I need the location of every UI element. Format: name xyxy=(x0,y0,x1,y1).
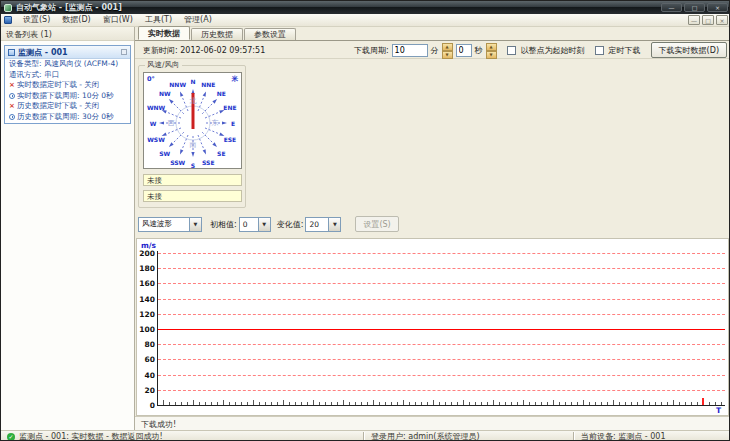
x-minor-tick xyxy=(199,402,200,405)
wind-direction-value-box: 未接 xyxy=(143,190,242,202)
app-icon xyxy=(4,4,12,12)
x-minor-tick xyxy=(577,402,578,405)
app-window: 自动气象站 - [监测点 - 001] —□× 设置(S)数据(D)窗口(W)工… xyxy=(0,0,730,441)
waveform-select[interactable]: 风速波形 ▼ xyxy=(138,217,202,232)
x-minor-tick xyxy=(355,402,356,405)
x-minor-tick xyxy=(343,400,344,405)
mdi-restore-button[interactable]: □ xyxy=(702,15,714,25)
phase-select[interactable]: 0 ▼ xyxy=(239,217,271,232)
minutes-input[interactable] xyxy=(392,44,428,57)
x-minor-tick xyxy=(349,402,350,405)
menu-item[interactable]: 数据(D) xyxy=(56,14,96,26)
x-minor-tick xyxy=(313,400,314,405)
y-tick-label: 200 xyxy=(138,249,155,258)
y-axis xyxy=(157,251,158,405)
mdi-minimize-button[interactable]: — xyxy=(688,15,700,25)
tab-实时数据[interactable]: 实时数据 xyxy=(138,26,190,40)
gridline xyxy=(158,375,725,376)
settings-button[interactable]: 设置(S) xyxy=(355,216,398,232)
period-clock-icon xyxy=(9,114,15,120)
time-marker-tick xyxy=(702,398,704,405)
x-minor-tick xyxy=(667,402,668,405)
gridline xyxy=(158,299,725,300)
menu-item[interactable]: 设置(S) xyxy=(17,14,56,26)
menubar: 设置(S)数据(D)窗口(W)工具(T)管理(A) —□× xyxy=(1,14,730,27)
chevron-down-icon[interactable]: ▼ xyxy=(328,218,340,231)
minutes-down-icon[interactable]: ▼ xyxy=(442,51,453,59)
device-panel[interactable]: 监测点 - 001 设备类型: 风速风向仪 (ACFM-4)通讯方式: 串口×实… xyxy=(4,45,131,124)
current-device-value: 监测点 - 001 xyxy=(618,431,665,441)
change-label: 变化值: xyxy=(277,219,304,230)
minutes-stepper[interactable]: ▲ ▼ xyxy=(442,43,453,57)
period-label: 下载周期: xyxy=(354,45,389,56)
x-minor-tick xyxy=(637,402,638,405)
x-minor-tick xyxy=(307,402,308,405)
compass-inner-label: 东 xyxy=(212,118,219,128)
pin-icon[interactable] xyxy=(121,49,127,55)
menu-item[interactable]: 管理(A) xyxy=(178,14,218,26)
y-tick-label: 0 xyxy=(138,401,155,410)
seconds-stepper[interactable]: ▲ ▼ xyxy=(486,43,497,57)
device-info-text: 历史数据下载周期: 30分 0秒 xyxy=(17,112,114,123)
x-minor-tick xyxy=(685,402,686,405)
x-minor-tick xyxy=(391,402,392,405)
seconds-up-icon[interactable]: ▲ xyxy=(486,43,497,51)
y-tick-label: 120 xyxy=(138,310,155,319)
y-tick-label: 140 xyxy=(138,295,155,304)
align-start-checkbox[interactable] xyxy=(507,46,516,55)
x-minor-tick xyxy=(505,402,506,405)
device-panel-header[interactable]: 监测点 - 001 xyxy=(5,46,130,59)
tab-参数设置[interactable]: 参数设置 xyxy=(244,28,296,40)
y-tick-label: 100 xyxy=(138,325,155,334)
period-clock-icon xyxy=(9,93,15,99)
x-minor-tick xyxy=(571,402,572,405)
window-title: 自动气象站 - [监测点 - 001] xyxy=(16,2,122,13)
gridline xyxy=(158,268,725,269)
mdi-close-button[interactable]: × xyxy=(716,15,728,25)
device-info-text: 实时数据下载周期: 10分 0秒 xyxy=(17,91,114,102)
download-realtime-button[interactable]: 下载实时数据(D) xyxy=(651,42,727,58)
wind-group-box: 风速/风向 0° 米 NNNENEENEEESESESSESSSWSWWSWWW… xyxy=(138,65,246,208)
chevron-down-icon[interactable]: ▼ xyxy=(258,218,270,231)
x-minor-tick xyxy=(247,402,248,405)
y-tick-label: 20 xyxy=(138,386,155,395)
seconds-down-icon[interactable]: ▼ xyxy=(486,51,497,59)
tab-历史数据[interactable]: 历史数据 xyxy=(191,28,243,40)
x-minor-tick xyxy=(583,400,584,405)
x-minor-tick xyxy=(241,402,242,405)
status-message-text: 监测点 - 001: 实时数据 - 数据返回成功! xyxy=(19,431,163,441)
device-list-header: 设备列表 (1) xyxy=(1,27,134,41)
chart-x-axis-label: T xyxy=(716,406,721,415)
x-minor-tick xyxy=(331,402,332,405)
chevron-down-icon[interactable]: ▼ xyxy=(189,218,201,231)
status-message: ✓ 监测点 - 001: 实时数据 - 数据返回成功! xyxy=(1,431,363,441)
seconds-input[interactable] xyxy=(456,44,472,57)
x-minor-tick xyxy=(553,400,554,405)
timed-download-checkbox[interactable] xyxy=(595,46,604,55)
waveform-controls: 风速波形 ▼ 初相值: 0 ▼ 变化值: 20 ▼ 设置(S) xyxy=(138,216,399,232)
x-minor-tick xyxy=(427,402,428,405)
x-minor-tick xyxy=(547,402,548,405)
titlebar-close-button[interactable]: × xyxy=(707,3,728,12)
timed-download-label: 定时下载 xyxy=(609,45,641,56)
x-minor-tick xyxy=(175,402,176,405)
minutes-unit-label: 分 xyxy=(431,45,439,56)
x-minor-tick xyxy=(565,402,566,405)
x-minor-tick xyxy=(235,402,236,405)
minutes-up-icon[interactable]: ▲ xyxy=(442,43,453,51)
x-minor-tick xyxy=(559,402,560,405)
x-minor-tick xyxy=(697,402,698,405)
menu-item[interactable]: 工具(T) xyxy=(139,14,178,26)
x-minor-tick xyxy=(715,402,716,405)
menu-items: 设置(S)数据(D)窗口(W)工具(T)管理(A) xyxy=(17,14,218,26)
success-check-icon: ✓ xyxy=(7,433,15,441)
x-minor-tick xyxy=(631,402,632,405)
change-select[interactable]: 20 ▼ xyxy=(305,217,341,232)
compass-inner-label: 西 xyxy=(168,118,175,128)
x-minor-tick xyxy=(421,402,422,405)
y-tick-label: 80 xyxy=(138,340,155,349)
x-minor-tick xyxy=(403,400,404,405)
menu-item[interactable]: 窗口(W) xyxy=(97,14,139,26)
titlebar-maximize-button[interactable]: □ xyxy=(684,3,705,12)
titlebar-minimize-button[interactable]: — xyxy=(661,3,682,12)
